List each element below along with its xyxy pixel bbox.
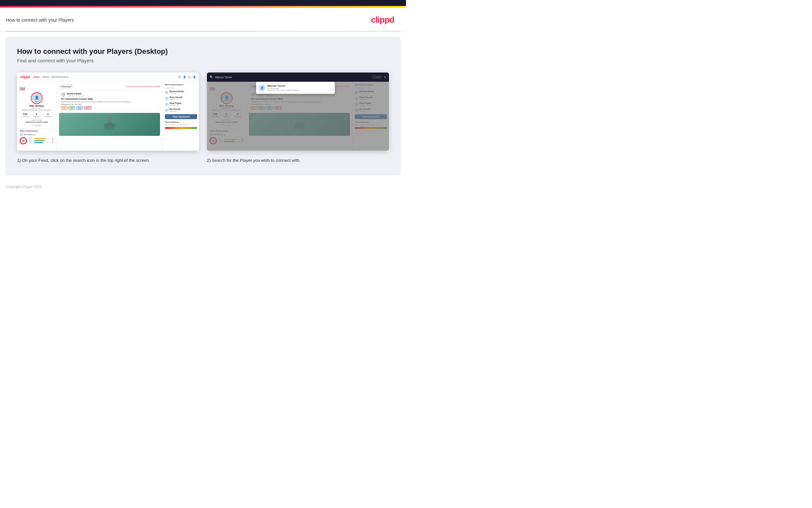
player-activities-1-1: Activities: 7 (170, 92, 184, 94)
score-circle-1: 84 (20, 137, 27, 144)
search-icon-1[interactable]: 🔍 (178, 76, 181, 79)
dropdown-icon-1: ▾ (34, 134, 35, 136)
team-heatmap-title-1: Team Heatmap (165, 121, 197, 123)
app-nav-1: clippd Home Teams My Performance 🔍 👤 ⚙ 👤 (17, 73, 199, 82)
bar-app-1: APP 70 (29, 140, 53, 141)
player-item-1-2: Piers Parnell Activities: 4 (165, 96, 197, 100)
search-result-avatar: 👤 (259, 85, 265, 91)
tag-putt-1: PUTT (84, 106, 92, 110)
copyright: Copyright Clippd 2022 (6, 185, 42, 189)
bar-arg-1: ARG 61 (29, 142, 53, 143)
tpq-row-1: 84 OTT 79 APP (20, 137, 53, 144)
profile-icon-1[interactable]: 👤 (183, 76, 186, 79)
tag-ott-1: OTT (61, 106, 67, 110)
stat-activities-1: 129 Activities (22, 113, 29, 118)
profile-section-1: 👤 Blair McHarg Golf Coach Mill Ride Golf… (20, 92, 53, 126)
app-body-1: Feed 👤 Blair McHarg Golf Coach Mill Ride… (17, 82, 199, 151)
profile-name-1: Blair McHarg (20, 105, 53, 107)
screenshot2: clippd Home Teams My Performance 🔍 👤 ⚙ 👤 (207, 73, 389, 151)
svg-rect-3 (112, 123, 115, 129)
player-name-1-4: Eli Vincent (170, 108, 180, 110)
golfer-svg-1 (100, 116, 120, 136)
screenshots-row: clippd Home Teams My Performance 🔍 👤 ⚙ 👤 (17, 73, 389, 164)
bar-fill-ott-1 (34, 138, 46, 139)
player-avatar-1-4 (165, 109, 168, 112)
control-link-1[interactable]: Control who can see your activity and da… (126, 85, 160, 87)
heatmap-bar-1 (165, 127, 197, 129)
player-avatar-1-3 (165, 103, 168, 106)
top-bar (0, 0, 406, 6)
stat-following-1: 4 Following (44, 113, 51, 118)
avatar-icon-1[interactable]: 👤 (192, 76, 196, 79)
stat-followers-1: 3 Followers (33, 113, 40, 118)
following-label-1: Following (61, 85, 70, 88)
player-select-1[interactable]: Eli Vincent ▾ (20, 133, 53, 136)
search-input-text[interactable]: Marcus Turner (215, 76, 370, 79)
stats-row-1: 129 Activities 3 Followers 4 Following (20, 113, 53, 118)
golfer-image-1 (59, 113, 160, 136)
settings-icon-1[interactable]: ⚙ (188, 76, 191, 79)
search-result-item[interactable]: 👤 Marcus Turner 1-5 Handicap Cypress Poi… (259, 84, 332, 91)
screenshot2-wrapper: clippd Home Teams My Performance 🔍 👤 ⚙ 👤 (207, 73, 389, 164)
main-subtitle: Find and connect with your Players (17, 58, 389, 64)
latest-activity-date-1: 27 Jul 2022 (20, 124, 53, 126)
search-clear-btn[interactable]: CLEAR (372, 76, 382, 79)
heatmap-labels-1: -5 +5 (165, 129, 197, 131)
tag-row-1: OTT APP ARG PUTT (61, 106, 158, 110)
bars-section-1: OTT 79 APP 70 (29, 138, 53, 144)
nav-home-1[interactable]: Home (33, 76, 39, 78)
latest-activity-text-1: Afternoon round of golf (20, 121, 53, 123)
activity-card-1: Richard Butler Yesterday · The Grove Pre… (59, 90, 160, 112)
left-col-1: Feed 👤 Blair McHarg Golf Coach Mill Ride… (17, 82, 56, 151)
player-item-1-4: Eli Vincent Activities: 1 (165, 108, 197, 112)
team-dashboard-btn-1[interactable]: Team Dashboard (165, 114, 197, 119)
bar-ott-1: OTT 79 (29, 138, 53, 139)
search-dropdown: 👤 Marcus Turner 1-5 Handicap Cypress Poi… (256, 82, 335, 94)
activity-duration-1: Duration 02 hr : 00 min (61, 103, 158, 105)
app-logo-1: clippd (20, 75, 30, 79)
following-btn-1[interactable]: Following ▾ (59, 84, 74, 88)
nav-links-1: Home Teams My Performance (33, 76, 68, 78)
player-name-1-3: Hiral Pujara (170, 102, 181, 104)
caption-1: 1) On your Feed, click on the search ico… (17, 157, 199, 164)
bar-fill-arg-1 (34, 142, 43, 143)
golfer-silhouette-1 (59, 113, 160, 136)
page-title: How to connect with your Players (6, 17, 74, 23)
footer: Copyright Clippd 2022 (0, 181, 406, 193)
main-content: How to connect with your Players (Deskto… (5, 37, 401, 176)
nav-teams-1[interactable]: Teams (42, 76, 49, 78)
team-heatmap-sub-1: Player Quality · 20 Round Trend (165, 124, 197, 126)
player-name-1-1: Richard Butler (170, 90, 184, 92)
caption-2: 2) Search for the Player you wish to con… (207, 157, 389, 164)
logo: clippd (371, 15, 394, 25)
page-header: How to connect with your Players clippd (0, 7, 406, 31)
activity-date-1: Yesterday · The Grove (67, 95, 83, 97)
player-avatar-1 (20, 133, 23, 136)
screenshot1: clippd Home Teams My Performance 🔍 👤 ⚙ 👤 (17, 73, 199, 151)
player-activities-1-2: Activities: 4 (170, 98, 182, 100)
following-chevron-1: ▾ (70, 85, 72, 88)
profile-avatar-ring-1: 👤 (31, 92, 43, 104)
player-perf-title-1: Player Performance (20, 130, 53, 132)
player-perf-section-1: Player Performance Eli Vincent ▾ 84 (20, 128, 53, 144)
bar-fill-app-1 (34, 140, 44, 141)
mid-col-1: Following ▾ Control who can see your act… (56, 82, 163, 151)
activity-user-name-1: Richard Butler (67, 92, 83, 95)
feed-tab-1[interactable]: Feed (20, 87, 25, 90)
svg-rect-2 (104, 123, 107, 129)
nav-myperformance-1[interactable]: My Performance (52, 76, 68, 78)
player-activities-1-4: Activities: 1 (170, 110, 180, 112)
search-result-name: Marcus Turner (267, 84, 299, 87)
following-row-1: Following ▾ Control who can see your act… (59, 84, 160, 88)
search-close-btn[interactable]: ✕ (384, 76, 386, 79)
search-overlay: 🔍 Marcus Turner CLEAR ✕ 👤 Marcus Turner … (207, 73, 389, 151)
tag-app-1: APP (68, 106, 75, 110)
search-result-club: Cypress Point Club, United Kingdom (267, 89, 299, 91)
search-icon-overlay: 🔍 (209, 76, 213, 79)
player-name-1: Eli Vincent (24, 134, 33, 135)
player-item-1-1: Richard Butler Activities: 7 (165, 90, 197, 94)
player-avatar-1-2 (165, 97, 168, 100)
nav-icons-1: 🔍 👤 ⚙ 👤 (178, 76, 196, 79)
player-activities-1-3: Activities: 3 (170, 104, 181, 106)
screenshot1-wrapper: clippd Home Teams My Performance 🔍 👤 ⚙ 👤 (17, 73, 199, 164)
